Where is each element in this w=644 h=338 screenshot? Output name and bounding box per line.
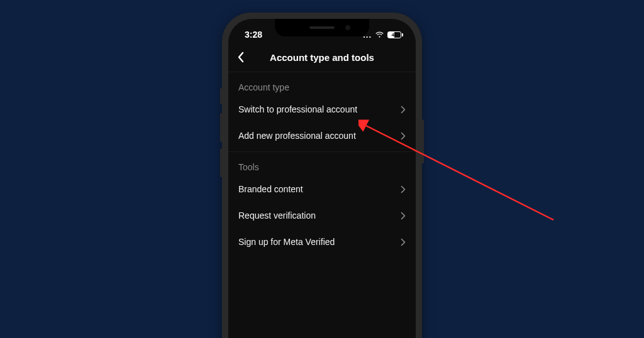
side-button: [422, 119, 424, 163]
row-label: Sign up for Meta Verified: [238, 237, 401, 247]
row-label: Request verification: [238, 210, 401, 221]
page-title: Account type and tools: [237, 52, 407, 63]
row-meta-verified[interactable]: Sign up for Meta Verified: [228, 229, 416, 255]
row-request-verification[interactable]: Request verification: [228, 202, 416, 229]
row-add-professional[interactable]: Add new professional account: [228, 123, 416, 149]
row-label: Add new professional account: [238, 131, 401, 141]
battery-percent: 47: [392, 32, 397, 38]
wifi-icon: [375, 31, 384, 38]
speaker-grille: [309, 26, 335, 29]
row-label: Branded content: [238, 184, 401, 194]
section-header-account-type: Account type: [228, 72, 416, 96]
chevron-right-icon: [401, 185, 406, 194]
section-header-tools: Tools: [228, 152, 416, 176]
phone-screen: 3:28 ... 47: [228, 19, 416, 338]
status-time: 3:28: [245, 30, 262, 40]
side-button: [220, 113, 222, 142]
battery-icon: 47: [387, 31, 403, 38]
row-branded-content[interactable]: Branded content: [228, 176, 416, 202]
notch: [275, 19, 369, 36]
chevron-right-icon: [401, 212, 406, 220]
side-button: [220, 88, 222, 104]
row-label: Switch to professional account: [238, 104, 401, 114]
side-button: [220, 148, 222, 177]
nav-header: Account type and tools: [228, 44, 416, 72]
front-camera: [345, 25, 350, 30]
row-switch-professional[interactable]: Switch to professional account: [228, 96, 416, 123]
chevron-right-icon: [401, 238, 406, 246]
phone-frame: 3:28 ... 47: [222, 13, 422, 338]
chevron-right-icon: [401, 132, 406, 140]
chevron-right-icon: [401, 106, 406, 114]
